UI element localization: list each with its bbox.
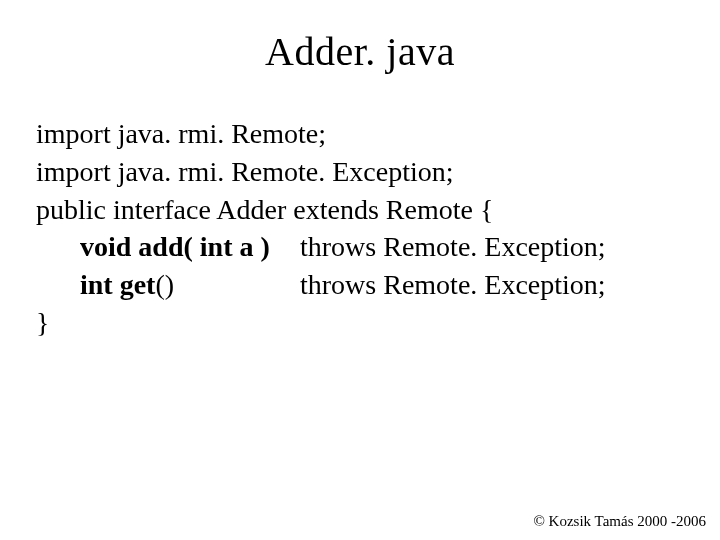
- code-block: import java. rmi. Remote; import java. r…: [0, 115, 720, 342]
- code-line: public interface Adder extends Remote {: [36, 191, 684, 229]
- method-signature: void add( int a ): [80, 228, 300, 266]
- code-line: int get() throws Remote. Exception;: [36, 266, 684, 304]
- method-throws: throws Remote. Exception;: [300, 266, 606, 304]
- method-throws: throws Remote. Exception;: [300, 228, 606, 266]
- code-line: import java. rmi. Remote;: [36, 115, 684, 153]
- slide-title: Adder. java: [0, 0, 720, 115]
- method-signature-bold: int get: [80, 269, 155, 300]
- code-line: }: [36, 304, 684, 342]
- footer-text: © Kozsik Tamás 2000 -2006: [533, 513, 706, 530]
- method-signature: int get(): [80, 266, 300, 304]
- slide: Adder. java import java. rmi. Remote; im…: [0, 0, 720, 540]
- code-line: void add( int a ) throws Remote. Excepti…: [36, 228, 684, 266]
- method-signature-bold: void add( int a ): [80, 231, 270, 262]
- code-line: import java. rmi. Remote. Exception;: [36, 153, 684, 191]
- method-signature-tail: (): [155, 269, 174, 300]
